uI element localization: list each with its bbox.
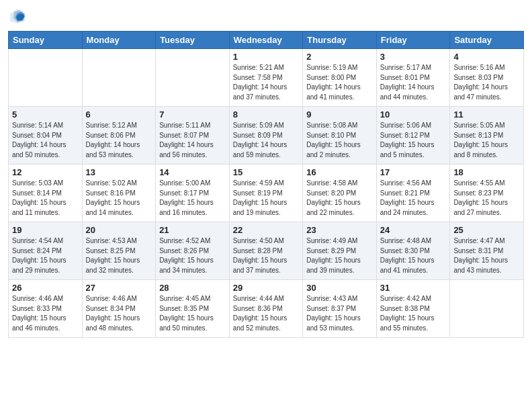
- calendar-cell: 18Sunrise: 4:55 AMSunset: 8:23 PMDayligh…: [450, 165, 524, 222]
- calendar-cell: [9, 49, 83, 107]
- day-number: 25: [453, 225, 520, 235]
- calendar-cell: [82, 49, 156, 107]
- logo: [8, 7, 30, 26]
- calendar-cell: [450, 280, 524, 338]
- calendar-cell: 20Sunrise: 4:53 AMSunset: 8:25 PMDayligh…: [82, 222, 156, 280]
- cell-info: Sunrise: 5:21 AMSunset: 7:58 PMDaylight:…: [233, 63, 300, 102]
- cell-info: Sunrise: 5:19 AMSunset: 8:00 PMDaylight:…: [306, 63, 373, 102]
- day-number: 10: [380, 109, 447, 120]
- cell-info: Sunrise: 4:59 AMSunset: 8:19 PMDaylight:…: [233, 179, 300, 218]
- header: [8, 7, 524, 26]
- day-number: 14: [159, 167, 226, 177]
- calendar-table: SundayMondayTuesdayWednesdayThursdayFrid…: [8, 31, 524, 338]
- calendar-cell: 2Sunrise: 5:19 AMSunset: 8:00 PMDaylight…: [303, 49, 377, 107]
- cell-info: Sunrise: 5:05 AMSunset: 8:13 PMDaylight:…: [453, 121, 520, 160]
- cell-info: Sunrise: 5:16 AMSunset: 8:03 PMDaylight:…: [453, 63, 520, 102]
- day-number: 11: [453, 109, 520, 120]
- cell-info: Sunrise: 5:03 AMSunset: 8:14 PMDaylight:…: [12, 179, 79, 218]
- cell-info: Sunrise: 4:49 AMSunset: 8:29 PMDaylight:…: [306, 236, 373, 275]
- day-number: 26: [12, 283, 79, 293]
- calendar-cell: 15Sunrise: 4:59 AMSunset: 8:19 PMDayligh…: [229, 165, 303, 222]
- cell-info: Sunrise: 4:48 AMSunset: 8:30 PMDaylight:…: [380, 236, 447, 275]
- cell-info: Sunrise: 4:43 AMSunset: 8:37 PMDaylight:…: [306, 294, 373, 333]
- day-number: 3: [380, 52, 447, 62]
- logo-icon: [8, 7, 27, 26]
- cell-info: Sunrise: 4:58 AMSunset: 8:20 PMDaylight:…: [306, 179, 373, 218]
- calendar-cell: 3Sunrise: 5:17 AMSunset: 8:01 PMDaylight…: [376, 49, 450, 107]
- day-number: 2: [306, 52, 373, 62]
- cell-info: Sunrise: 4:53 AMSunset: 8:25 PMDaylight:…: [86, 236, 152, 275]
- calendar-cell: 9Sunrise: 5:08 AMSunset: 8:10 PMDaylight…: [303, 107, 377, 165]
- cell-info: Sunrise: 5:14 AMSunset: 8:04 PMDaylight:…: [12, 121, 79, 160]
- day-number: 24: [380, 225, 447, 235]
- calendar-cell: 11Sunrise: 5:05 AMSunset: 8:13 PMDayligh…: [450, 107, 524, 165]
- calendar-cell: 7Sunrise: 5:11 AMSunset: 8:07 PMDaylight…: [156, 107, 230, 165]
- cell-info: Sunrise: 5:00 AMSunset: 8:17 PMDaylight:…: [159, 179, 226, 218]
- calendar-cell: 1Sunrise: 5:21 AMSunset: 7:58 PMDaylight…: [229, 49, 303, 107]
- cell-info: Sunrise: 4:56 AMSunset: 8:21 PMDaylight:…: [380, 179, 447, 218]
- calendar-cell: 24Sunrise: 4:48 AMSunset: 8:30 PMDayligh…: [376, 222, 450, 280]
- day-number: 1: [233, 52, 300, 62]
- calendar-cell: 5Sunrise: 5:14 AMSunset: 8:04 PMDaylight…: [9, 107, 83, 165]
- cell-info: Sunrise: 4:44 AMSunset: 8:36 PMDaylight:…: [233, 294, 300, 333]
- cell-info: Sunrise: 4:55 AMSunset: 8:23 PMDaylight:…: [453, 179, 520, 218]
- calendar-header: SundayMondayTuesdayWednesdayThursdayFrid…: [9, 32, 524, 49]
- calendar-cell: 19Sunrise: 4:54 AMSunset: 8:24 PMDayligh…: [9, 222, 83, 280]
- calendar-cell: 27Sunrise: 4:46 AMSunset: 8:34 PMDayligh…: [82, 280, 156, 338]
- calendar-cell: 12Sunrise: 5:03 AMSunset: 8:14 PMDayligh…: [9, 165, 83, 222]
- calendar-cell: 30Sunrise: 4:43 AMSunset: 8:37 PMDayligh…: [303, 280, 377, 338]
- calendar-cell: 8Sunrise: 5:09 AMSunset: 8:09 PMDaylight…: [229, 107, 303, 165]
- calendar-cell: 6Sunrise: 5:12 AMSunset: 8:06 PMDaylight…: [82, 107, 156, 165]
- calendar-cell: 13Sunrise: 5:02 AMSunset: 8:16 PMDayligh…: [82, 165, 156, 222]
- weekday-header: Thursday: [303, 32, 377, 49]
- cell-info: Sunrise: 4:47 AMSunset: 8:31 PMDaylight:…: [453, 236, 520, 275]
- cell-info: Sunrise: 4:45 AMSunset: 8:35 PMDaylight:…: [159, 294, 226, 333]
- cell-info: Sunrise: 5:02 AMSunset: 8:16 PMDaylight:…: [86, 179, 152, 218]
- page: SundayMondayTuesdayWednesdayThursdayFrid…: [0, 0, 532, 411]
- day-number: 12: [12, 167, 79, 177]
- day-number: 15: [233, 167, 300, 177]
- weekday-header: Sunday: [9, 32, 83, 49]
- day-number: 20: [86, 225, 152, 235]
- cell-info: Sunrise: 4:54 AMSunset: 8:24 PMDaylight:…: [12, 236, 79, 275]
- cell-info: Sunrise: 5:09 AMSunset: 8:09 PMDaylight:…: [233, 121, 300, 160]
- day-number: 6: [86, 109, 152, 120]
- calendar-cell: 25Sunrise: 4:47 AMSunset: 8:31 PMDayligh…: [450, 222, 524, 280]
- day-number: 31: [380, 283, 447, 293]
- calendar-cell: 31Sunrise: 4:42 AMSunset: 8:38 PMDayligh…: [376, 280, 450, 338]
- calendar-row: 26Sunrise: 4:46 AMSunset: 8:33 PMDayligh…: [9, 280, 524, 338]
- cell-info: Sunrise: 5:12 AMSunset: 8:06 PMDaylight:…: [86, 121, 152, 160]
- cell-info: Sunrise: 4:46 AMSunset: 8:34 PMDaylight:…: [86, 294, 152, 333]
- calendar-cell: 4Sunrise: 5:16 AMSunset: 8:03 PMDaylight…: [450, 49, 524, 107]
- calendar-row: 5Sunrise: 5:14 AMSunset: 8:04 PMDaylight…: [9, 107, 524, 165]
- cell-info: Sunrise: 4:46 AMSunset: 8:33 PMDaylight:…: [12, 294, 79, 333]
- day-number: 28: [159, 283, 226, 293]
- cell-info: Sunrise: 4:42 AMSunset: 8:38 PMDaylight:…: [380, 294, 447, 333]
- cell-info: Sunrise: 5:17 AMSunset: 8:01 PMDaylight:…: [380, 63, 447, 102]
- calendar-row: 12Sunrise: 5:03 AMSunset: 8:14 PMDayligh…: [9, 165, 524, 222]
- cell-info: Sunrise: 4:52 AMSunset: 8:26 PMDaylight:…: [159, 236, 226, 275]
- calendar-cell: 29Sunrise: 4:44 AMSunset: 8:36 PMDayligh…: [229, 280, 303, 338]
- weekday-header: Monday: [82, 32, 156, 49]
- calendar-body: 1Sunrise: 5:21 AMSunset: 7:58 PMDaylight…: [9, 49, 524, 338]
- day-number: 16: [306, 167, 373, 177]
- calendar-cell: 14Sunrise: 5:00 AMSunset: 8:17 PMDayligh…: [156, 165, 230, 222]
- calendar-cell: 22Sunrise: 4:50 AMSunset: 8:28 PMDayligh…: [229, 222, 303, 280]
- day-number: 8: [233, 109, 300, 120]
- day-number: 23: [306, 225, 373, 235]
- calendar-row: 1Sunrise: 5:21 AMSunset: 7:58 PMDaylight…: [9, 49, 524, 107]
- calendar-cell: [156, 49, 230, 107]
- cell-info: Sunrise: 5:06 AMSunset: 8:12 PMDaylight:…: [380, 121, 447, 160]
- calendar-cell: 21Sunrise: 4:52 AMSunset: 8:26 PMDayligh…: [156, 222, 230, 280]
- day-number: 4: [453, 52, 520, 62]
- day-number: 27: [86, 283, 152, 293]
- weekday-header: Friday: [376, 32, 450, 49]
- day-number: 21: [159, 225, 226, 235]
- day-number: 7: [159, 109, 226, 120]
- day-number: 22: [233, 225, 300, 235]
- day-number: 5: [12, 109, 79, 120]
- weekday-header: Wednesday: [229, 32, 303, 49]
- calendar-cell: 17Sunrise: 4:56 AMSunset: 8:21 PMDayligh…: [376, 165, 450, 222]
- weekday-row: SundayMondayTuesdayWednesdayThursdayFrid…: [9, 32, 524, 49]
- calendar-row: 19Sunrise: 4:54 AMSunset: 8:24 PMDayligh…: [9, 222, 524, 280]
